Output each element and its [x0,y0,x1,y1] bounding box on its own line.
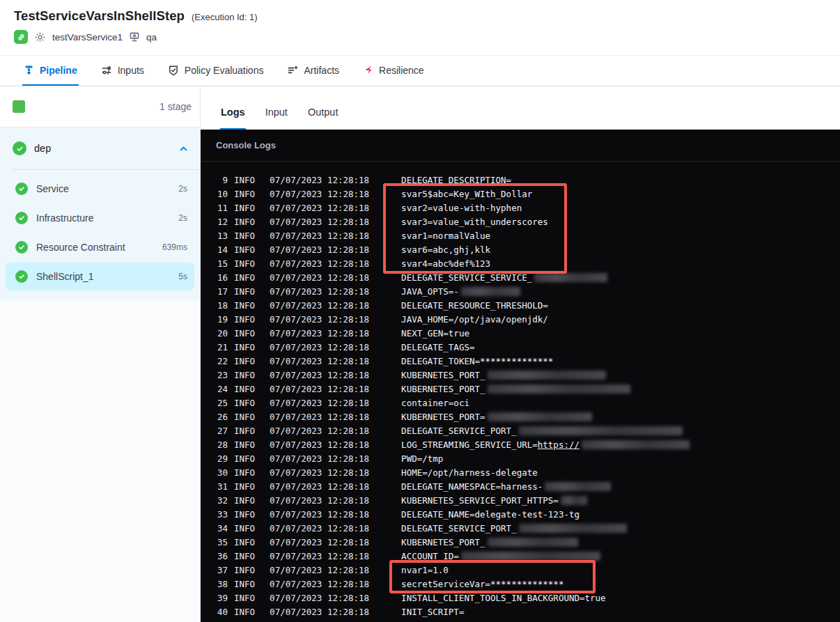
tab-label: Artifacts [304,65,339,76]
inputs-icon [101,65,112,76]
log-timestamp: 07/07/2023 12:28:18 [270,175,369,185]
log-message: DELEGATE_SERVICE_PORT_ [401,523,627,534]
log-line-number: 14 [201,244,228,255]
log-message: DELEGATE_NAME=delegate-test-123-tg [401,509,580,520]
stage-count-label: 1 stage [160,101,192,112]
step-item-resource-constraint[interactable]: Resource Constraint639ms [6,233,194,261]
tab-artifacts[interactable]: Artifacts [286,56,341,86]
log-level: INFO [234,509,255,520]
tab-resilience[interactable]: Resilience [361,56,426,86]
step-item-service[interactable]: Service2s [6,175,194,203]
redacted-value [488,538,578,547]
stage-summary-row: 1 stage [0,86,200,127]
chevron-up-icon[interactable] [178,143,189,154]
log-level: INFO [234,495,255,506]
log-timestamp: 07/07/2023 12:28:18 [270,203,369,213]
redacted-value [582,440,690,449]
log-level: INFO [234,342,255,352]
log-level: INFO [234,272,255,283]
log-line-number: 24 [201,384,228,394]
log-message-text: PWD=/tmp [401,453,443,464]
redacted-value [461,287,520,296]
tab-input[interactable]: Input [265,107,288,130]
log-level: INFO [234,175,255,185]
log-message: PWD=/tmp [401,453,443,464]
log-level: INFO [234,412,255,422]
log-message-text: DELEGATE_SERVICE_PORT_ [401,523,517,534]
log-message: svar1=normalValue [401,231,490,241]
log-line-number: 28 [201,440,228,450]
log-line-29: 29INFO07/07/2023 12:28:18PWD=/tmp [201,451,840,465]
log-level: INFO [234,593,255,603]
tab-inputs[interactable]: Inputs [100,56,146,86]
log-timestamp: 07/07/2023 12:28:18 [270,551,369,561]
log-line-number: 19 [201,314,228,325]
log-line-number: 21 [201,342,228,352]
log-timestamp: 07/07/2023 12:28:18 [270,412,369,422]
step-name: Service [36,183,69,194]
log-line-13: 13INFO07/07/2023 12:28:18svar1=normalVal… [201,228,840,242]
log-line-18: 18INFO07/07/2023 12:28:18DELEGATE_RESOUR… [201,298,840,312]
log-line-24: 24INFO07/07/2023 12:28:18KUBERNETES_PORT… [201,382,840,396]
console-title: Console Logs [216,140,276,150]
log-line-22: 22INFO07/07/2023 12:28:18DELEGATE_TOKEN=… [201,354,840,368]
redacted-value [545,482,611,491]
environment-icon [129,31,140,42]
stage-success-check-icon [13,141,26,155]
log-level: INFO [234,203,255,213]
log-message-text: INSTALL_CLIENT_TOOLS_IN_BACKGROUND=true [401,593,606,603]
step-list: Service2sInfrastructure2sResource Constr… [0,170,200,300]
log-timestamp: 07/07/2023 12:28:18 [270,579,369,589]
pipeline-icon [24,65,34,75]
tab-logs[interactable]: Logs [220,107,246,130]
log-line-11: 11INFO07/07/2023 12:28:18svar2=value-wit… [201,201,840,215]
tab-label: Resilience [379,65,424,76]
log-timestamp: 07/07/2023 12:28:18 [270,258,369,269]
log-message-text: secretServiceVar=************** [401,579,563,589]
log-message-text: NEXT_GEN=true [401,328,469,339]
log-line-30: 30INFO07/07/2023 12:28:18HOME=/opt/harne… [201,465,840,479]
log-line-number: 37 [201,565,228,575]
log-timestamp: 07/07/2023 12:28:18 [270,231,369,241]
execution-nav-tabs: PipelineInputsPolicy EvaluationsArtifact… [0,56,840,86]
log-url-link[interactable]: https:// [538,440,580,450]
step-item-infrastructure[interactable]: Infrastructure2s [6,204,194,232]
log-timestamp: 07/07/2023 12:28:18 [270,607,369,617]
log-timestamp: 07/07/2023 12:28:18 [270,398,369,408]
log-level: INFO [234,328,255,339]
log-level: INFO [234,231,255,241]
log-message-text: KUBERNETES_PORT= [401,412,485,422]
redacted-value [519,524,627,533]
log-line-number: 12 [201,217,228,227]
log-line-number: 23 [201,370,228,380]
redacted-value [488,412,592,421]
log-line-38: 38INFO07/07/2023 12:28:18secretServiceVa… [201,577,840,591]
log-message: DELEGATE_SERVICE_SERVICE_ [401,272,607,283]
log-message-text: svar2=value-with-hyphen [401,203,522,213]
step-item-shellscript-1[interactable]: ShellScript_15s [6,263,194,290]
tab-pipeline[interactable]: Pipeline [22,56,79,86]
log-timestamp: 07/07/2023 12:28:18 [270,440,369,450]
log-message: svar4=abc%def%123 [401,258,490,269]
tab-output[interactable]: Output [307,107,339,130]
log-message: DELEGATE_TOKEN=************** [401,356,553,366]
log-line-16: 16INFO07/07/2023 12:28:18DELEGATE_SERVIC… [201,270,840,284]
log-line-14: 14INFO07/07/2023 12:28:18svar6=abc,ghj,k… [201,242,840,256]
step-duration: 2s [178,213,187,223]
log-line-number: 32 [201,495,228,506]
stage-sidebar: 1 stage dep Service2sInfrastructure2sRes… [0,86,201,622]
log-level: INFO [234,551,255,561]
log-line-number: 31 [201,481,228,492]
stage-group-header[interactable]: dep [0,127,200,169]
execution-header: TestServiceVarsInShellStep (Execution Id… [0,0,840,56]
log-line-number: 30 [201,467,228,478]
log-message-text: LOG_STREAMING_SERVICE_URL= [401,440,538,450]
log-message-text: KUBERNETES_PORT_ [401,537,485,547]
log-line-25: 25INFO07/07/2023 12:28:18container=oci [201,396,840,410]
log-level: INFO [234,286,255,297]
step-success-check-icon [15,270,28,283]
tab-policy-evaluations[interactable]: Policy Evaluations [166,56,265,86]
log-line-17: 17INFO07/07/2023 12:28:18JAVA_OPTS=- [201,284,840,298]
log-timestamp: 07/07/2023 12:28:18 [270,523,369,534]
log-timestamp: 07/07/2023 12:28:18 [270,300,369,311]
